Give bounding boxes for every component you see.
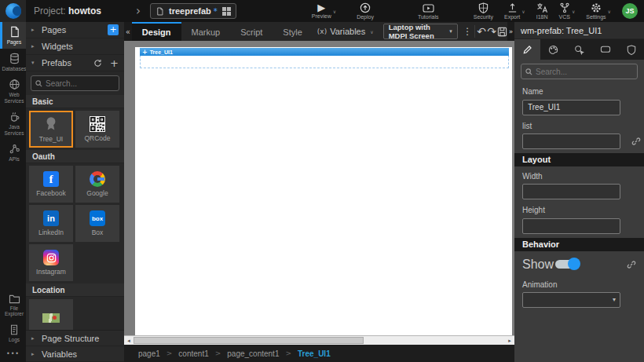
rail-item-java-services[interactable]: Java Services: [0, 107, 26, 139]
animation-select[interactable]: ▾: [522, 292, 620, 308]
export-chevron-icon[interactable]: ∨: [521, 9, 525, 14]
height-input[interactable]: [522, 218, 620, 234]
bind-show-button[interactable]: [627, 260, 636, 269]
tab-design[interactable]: Design: [132, 22, 181, 41]
prefab-tile-location[interactable]: [29, 299, 73, 330]
add-page-button[interactable]: +: [108, 24, 119, 35]
tab-security[interactable]: [618, 39, 644, 60]
show-toggle[interactable]: [555, 260, 579, 269]
tab-script[interactable]: Script: [230, 22, 273, 41]
variables-fx-icon: (x): [317, 27, 327, 35]
tab-styles[interactable]: [540, 39, 566, 60]
design-canvas[interactable]: + Tree_UI1: [135, 47, 512, 335]
scrollbar-thumb[interactable]: [134, 337, 364, 344]
prefab-container-outline[interactable]: + Tree_UI1: [140, 48, 509, 68]
refresh-prefabs-button[interactable]: [93, 59, 102, 68]
security-shield-icon: [478, 2, 488, 13]
breadcrumb-tree-ui1[interactable]: Tree_UI1: [298, 349, 331, 358]
app-logo[interactable]: [0, 0, 26, 22]
page-file-icon: [156, 6, 164, 16]
vcs-button[interactable]: VCS: [558, 2, 569, 20]
variables-chevron-icon: ∨: [370, 29, 373, 35]
undo-button[interactable]: ↶: [476, 22, 486, 41]
rail-item-databases[interactable]: Databases: [0, 49, 26, 75]
preview-chevron-icon[interactable]: ∨: [333, 9, 336, 14]
device-selector[interactable]: Laptop with MDPI Screen ▾: [383, 24, 458, 39]
bind-list-button[interactable]: [631, 137, 641, 146]
user-avatar[interactable]: JS: [622, 3, 638, 19]
rail-item-file-explorer[interactable]: File Explorer: [0, 290, 26, 320]
name-input[interactable]: [522, 100, 620, 115]
section-pages[interactable]: ▸ Pages +: [26, 22, 124, 38]
project-name: howtos: [68, 5, 101, 16]
prefabs-expand-arrow-icon: ▾: [31, 60, 37, 66]
redo-button[interactable]: ↷: [487, 22, 497, 41]
tutorials-button[interactable]: Tutorials: [418, 3, 439, 20]
expand-right-panel-button[interactable]: »: [507, 22, 514, 41]
breadcrumb-content1[interactable]: content1: [178, 349, 208, 358]
section-variables[interactable]: ▸ Variables: [26, 346, 124, 362]
rail-item-logs[interactable]: Logs: [0, 320, 26, 346]
rail-item-web-services[interactable]: Web Services: [0, 75, 26, 107]
page-selector[interactable]: treeprefab *: [150, 3, 236, 19]
prefab-tile-linkedin[interactable]: in LinkedIn: [29, 205, 73, 242]
prefab-search-box[interactable]: [31, 75, 119, 91]
tab-messages[interactable]: [592, 39, 618, 60]
settings-chevron-icon[interactable]: ∨: [608, 9, 611, 14]
prefab-tile-instagram[interactable]: Instagram: [29, 244, 73, 281]
width-input[interactable]: [522, 184, 620, 199]
properties-panel: wm-prefab: Tree_UI1: [514, 22, 644, 362]
tab-properties[interactable]: [514, 39, 540, 60]
tutorials-video-icon: [423, 3, 434, 13]
prefab-tile-qrcode[interactable]: QRCode: [75, 111, 119, 148]
left-panel-scroll: ▸ Pages + ▸ Widgets ▾ Prefabs +: [26, 22, 124, 330]
collapse-left-panel-button[interactable]: «: [124, 22, 132, 41]
breadcrumb-page1[interactable]: page1: [138, 349, 160, 358]
rail-item-pages[interactable]: Pages: [0, 22, 26, 49]
facebook-icon: f: [43, 171, 59, 187]
scroll-right-icon[interactable]: ▸: [505, 338, 514, 344]
vcs-chevron-icon[interactable]: ∨: [572, 9, 575, 14]
more-options-button[interactable]: ⋮: [463, 22, 473, 41]
section-prefabs[interactable]: ▾ Prefabs +: [26, 55, 124, 71]
add-prefab-button[interactable]: +: [110, 57, 119, 69]
tab-style[interactable]: Style: [273, 22, 312, 41]
project-label: Project:: [34, 5, 66, 16]
section-page-structure[interactable]: ▸ Page Structure: [26, 331, 124, 346]
section-widgets[interactable]: ▸ Widgets: [26, 38, 124, 55]
field-show: Show: [514, 251, 644, 278]
rail-item-apis[interactable]: APIs: [0, 139, 26, 166]
selected-widget-bar[interactable]: + Tree_UI1: [140, 48, 509, 56]
properties-search-input[interactable]: [536, 68, 633, 76]
pages-grid-icon[interactable]: [222, 7, 231, 16]
variables-menu-button[interactable]: (x) Variables ∨: [313, 22, 379, 41]
prefab-tile-facebook[interactable]: f Facebook: [29, 166, 73, 203]
export-icon: [507, 2, 518, 13]
export-button[interactable]: Export: [504, 2, 520, 20]
scroll-left-icon[interactable]: ◂: [124, 338, 134, 344]
prefab-search-input[interactable]: [46, 79, 115, 88]
prefab-tile-google[interactable]: Google: [75, 166, 119, 203]
prefab-tile-tree-ui[interactable]: Tree_UI: [29, 111, 73, 148]
list-input[interactable]: [522, 133, 620, 149]
left-panel-bottom: ▸ Page Structure ▸ Variables: [26, 330, 124, 362]
breadcrumb-page-content1[interactable]: page_content1: [227, 349, 279, 358]
properties-search-box[interactable]: [521, 64, 638, 79]
settings-button[interactable]: Settings: [586, 2, 606, 20]
databases-icon: [9, 53, 20, 64]
scrollbar-track[interactable]: [134, 336, 505, 345]
editor-area: « Design Markup Script Style (x) Variabl…: [124, 22, 514, 362]
rail-more-button[interactable]: •••: [0, 346, 26, 362]
deploy-button[interactable]: Deploy: [357, 2, 374, 20]
preview-button[interactable]: ▶ Preview: [312, 3, 331, 19]
settings-group: Settings ∨: [586, 2, 611, 20]
i18n-button[interactable]: I18N: [536, 2, 548, 20]
top-bar: Project: howtos › treeprefab * ▶ Preview…: [0, 0, 644, 22]
save-button[interactable]: [497, 22, 507, 41]
tree-ui-medal-icon: [43, 115, 59, 133]
canvas-horizontal-scrollbar[interactable]: ◂ ▸: [124, 335, 514, 345]
prefab-tile-box[interactable]: box Box: [75, 205, 119, 242]
tab-markup[interactable]: Markup: [181, 22, 231, 41]
tab-events[interactable]: [566, 39, 592, 60]
security-button[interactable]: Security: [474, 2, 493, 20]
